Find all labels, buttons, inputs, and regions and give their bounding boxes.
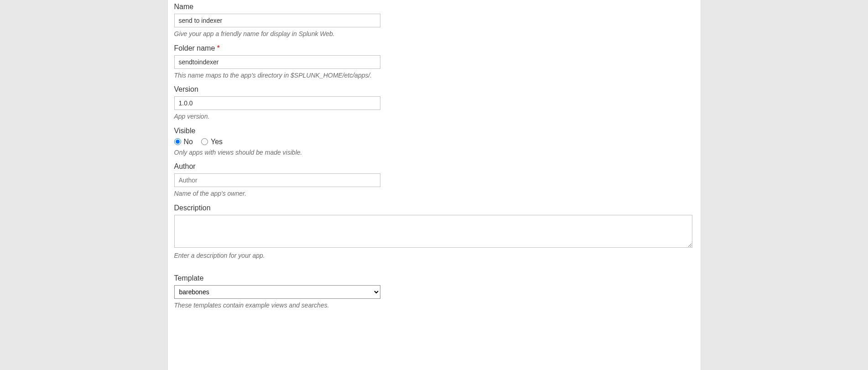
version-input[interactable] [174, 96, 380, 110]
folder-name-hint: This name maps to the app's directory in… [174, 71, 694, 80]
field-template: Template barebones These templates conta… [174, 271, 694, 313]
name-label: Name [174, 3, 694, 11]
visible-label: Visible [174, 127, 694, 135]
visible-no-option: No [174, 138, 193, 146]
folder-name-label: Folder name * [174, 44, 694, 52]
field-author: Author Name of the app's owner. [174, 160, 694, 201]
version-hint: App version. [174, 112, 694, 121]
author-label: Author [174, 162, 694, 171]
folder-name-input[interactable] [174, 55, 380, 69]
field-version: Version App version. [174, 83, 694, 124]
description-label: Description [174, 204, 694, 212]
required-star-icon: * [217, 44, 220, 52]
visible-yes-text: Yes [211, 138, 223, 146]
folder-name-label-text: Folder name [174, 44, 215, 52]
field-name: Name Give your app a friendly name for d… [174, 0, 694, 42]
form-container: Name Give your app a friendly name for d… [167, 0, 701, 370]
template-label: Template [174, 274, 694, 282]
visible-yes-option: Yes [201, 138, 223, 146]
visible-no-radio[interactable] [174, 138, 181, 145]
visible-radio-group: No Yes [174, 138, 694, 146]
name-input[interactable] [174, 14, 380, 27]
field-description: Description Enter a description for your… [174, 201, 694, 263]
name-hint: Give your app a friendly name for displa… [174, 30, 694, 39]
visible-hint: Only apps with views should be made visi… [174, 148, 694, 157]
visible-yes-radio[interactable] [201, 138, 208, 145]
author-input[interactable] [174, 173, 380, 187]
template-select[interactable]: barebones [174, 285, 380, 299]
author-hint: Name of the app's owner. [174, 189, 694, 198]
visible-no-text: No [184, 138, 193, 146]
template-hint: These templates contain example views an… [174, 301, 694, 310]
description-hint: Enter a description for your app. [174, 251, 694, 261]
field-visible: Visible No Yes Only apps with views shou… [174, 124, 694, 160]
version-label: Version [174, 85, 694, 94]
spacer [174, 263, 694, 271]
description-textarea[interactable] [174, 215, 692, 248]
field-folder-name: Folder name * This name maps to the app'… [174, 42, 694, 83]
